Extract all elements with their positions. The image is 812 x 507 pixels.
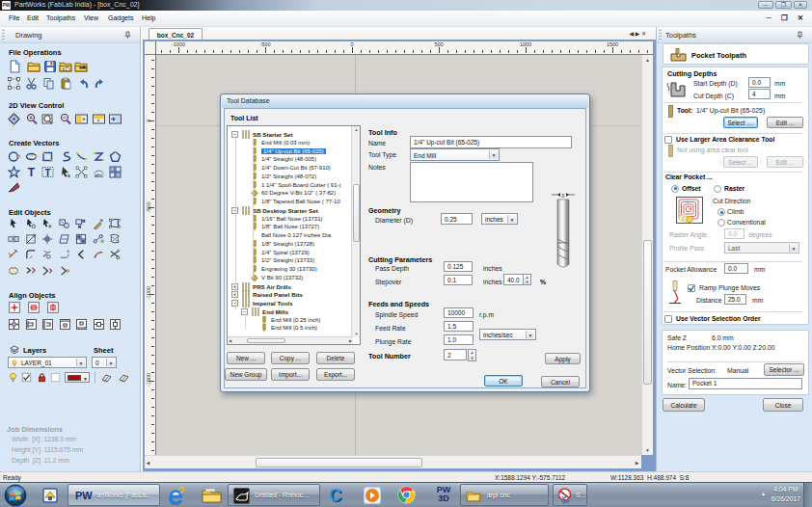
svg-text:T: T — [28, 166, 36, 178]
svg-text:a: a — [68, 173, 70, 178]
svg-text:abc: abc — [95, 173, 104, 178]
svg-text:0: 0 — [562, 193, 565, 199]
svg-text:T: T — [44, 168, 50, 178]
